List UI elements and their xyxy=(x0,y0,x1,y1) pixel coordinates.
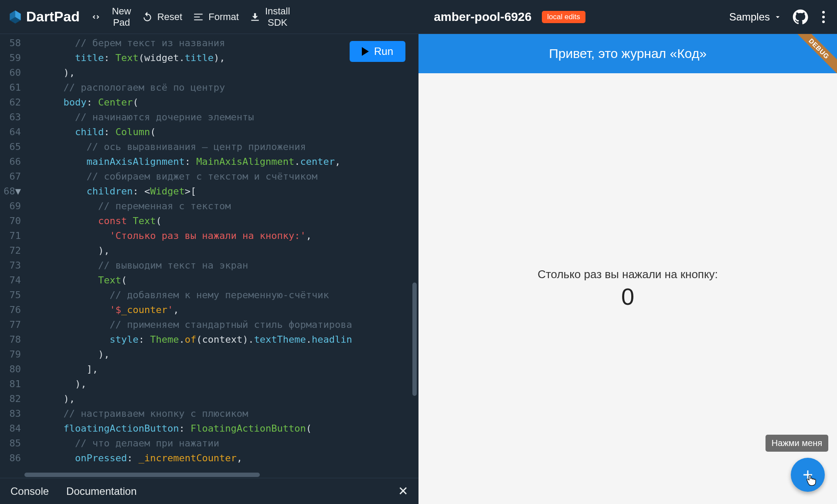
samples-dropdown[interactable]: Samples xyxy=(729,11,782,23)
app-bar: Привет, это журнал «Код» xyxy=(418,34,837,73)
reset-icon xyxy=(142,11,153,23)
format-button[interactable]: Format xyxy=(193,11,239,23)
logo-text: DartPad xyxy=(26,9,80,25)
code-mode-toggle[interactable] xyxy=(90,11,102,23)
project-name: amber-pool-6926 xyxy=(434,10,531,24)
editor-pane: 5859606162636465666768▼69707172737475767… xyxy=(0,34,418,504)
top-toolbar: DartPad New Pad Reset Format Install SDK… xyxy=(0,0,837,34)
plus-icon xyxy=(800,467,815,482)
code-icon xyxy=(90,11,102,23)
code-content[interactable]: // берем текст из названия title: Text(w… xyxy=(24,34,418,478)
dart-logo-icon xyxy=(9,9,22,25)
play-icon xyxy=(362,47,369,56)
install-sdk-button[interactable]: Install SDK xyxy=(249,6,290,28)
code-editor[interactable]: 5859606162636465666768▼69707172737475767… xyxy=(0,34,418,478)
vertical-scrollbar[interactable] xyxy=(412,283,417,396)
bottom-tabs: Console Documentation ✕ xyxy=(0,478,418,504)
local-edits-badge: local edits xyxy=(542,11,585,23)
tab-documentation[interactable]: Documentation xyxy=(66,485,136,497)
reset-button[interactable]: Reset xyxy=(142,11,182,23)
format-icon xyxy=(193,11,204,23)
fab-tooltip: Нажми меня xyxy=(766,435,828,452)
debug-banner: DEBUG xyxy=(793,34,837,78)
run-button[interactable]: Run xyxy=(350,41,405,62)
main-split: 5859606162636465666768▼69707172737475767… xyxy=(0,34,837,504)
floating-action-button[interactable] xyxy=(791,458,825,492)
more-menu[interactable] xyxy=(819,7,828,27)
app-title: Привет, это журнал «Код» xyxy=(549,46,707,61)
chevron-down-icon xyxy=(773,13,782,21)
logo: DartPad xyxy=(9,9,80,25)
line-gutter: 5859606162636465666768▼69707172737475767… xyxy=(0,34,24,478)
horizontal-scrollbar[interactable] xyxy=(24,473,260,477)
new-pad-button[interactable]: New Pad xyxy=(112,6,131,28)
preview-pane: Привет, это журнал «Код» DEBUG Столько р… xyxy=(418,34,837,504)
counter-label: Столько раз вы нажали на кнопку: xyxy=(538,268,718,281)
download-icon xyxy=(249,11,261,23)
close-panel-icon[interactable]: ✕ xyxy=(398,484,408,498)
github-icon[interactable] xyxy=(793,9,808,25)
tab-console[interactable]: Console xyxy=(10,485,49,497)
counter-value: 0 xyxy=(621,283,634,310)
